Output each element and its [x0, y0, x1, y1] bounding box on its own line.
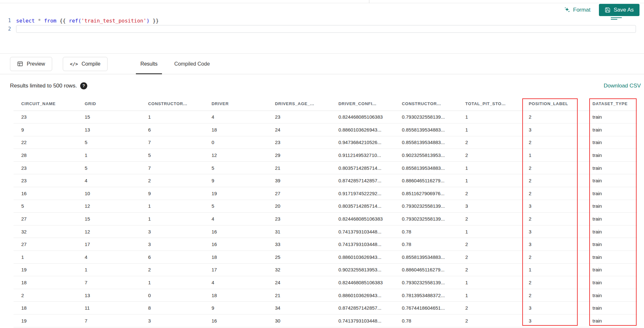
table-cell: train — [585, 136, 638, 149]
table-cell: 7 — [140, 136, 204, 149]
table-cell: 7 — [77, 276, 140, 289]
table-cell: 0.824468085106383 — [331, 213, 394, 225]
table-cell: 2 — [458, 302, 521, 314]
table-cell: 28 — [14, 149, 77, 162]
table-cell: 9 — [204, 174, 267, 187]
table-cell: 2 — [521, 111, 585, 123]
table-cell: 19 — [14, 314, 77, 327]
table-row: 51215200.8035714285714...0.7930232558139… — [14, 200, 638, 213]
table-cell: 17 — [204, 263, 267, 276]
table-cell: 4 — [204, 111, 267, 123]
code-token: 'train_test_position' — [81, 18, 146, 24]
table-cell: train — [585, 149, 638, 162]
table-cell: 0.8742857142857... — [331, 302, 394, 314]
table-cell: train — [585, 276, 638, 289]
table-cell: 16 — [204, 225, 267, 238]
code-token — [41, 18, 44, 24]
table-cell: 2 — [521, 187, 585, 200]
table-cell: train — [585, 289, 638, 302]
table-cell: 2 — [521, 161, 585, 174]
table-cell: 0.8860103626943... — [331, 123, 394, 136]
code-token: select — [16, 18, 35, 24]
results-limit-text: Results limited to 500 rows. — [10, 83, 77, 89]
table-cell: 23 — [267, 136, 331, 149]
table-cell: 29 — [267, 149, 331, 162]
table-cell: 12 — [204, 149, 267, 162]
table-row: 1610919270.9171974522292...0.85116279069… — [14, 187, 638, 200]
code-token: }} — [149, 18, 159, 24]
table-cell: 2 — [14, 289, 77, 302]
table-cell: train — [585, 263, 638, 276]
table-cell: train — [585, 187, 638, 200]
table-cell: 33 — [267, 238, 331, 251]
table-cell: train — [585, 161, 638, 174]
table-cell: train — [585, 200, 638, 213]
table-cell: 0.8860465116279... — [394, 174, 458, 187]
table-cell: train — [585, 238, 638, 251]
results-table: CIRCUIT_NAMEGRIDCONSTRUCTOR...DRIVERDRIV… — [14, 97, 638, 327]
table-cell: 17 — [77, 238, 140, 251]
table-cell: 0.9112149532710... — [331, 149, 394, 162]
table-cell: 2 — [458, 251, 521, 264]
tab-results[interactable]: Results — [132, 54, 166, 74]
code-token: ref( — [69, 18, 81, 24]
table-cell: 7 — [140, 161, 204, 174]
table-cell: 25 — [267, 251, 331, 264]
table-cell: 0.7674418604651... — [394, 302, 458, 314]
table-cell: 30 — [267, 314, 331, 327]
download-csv-link[interactable]: Download CSV — [604, 83, 641, 89]
table-cell: 5 — [77, 136, 140, 149]
table-cell: 15 — [77, 111, 140, 123]
save-as-label: Save As — [614, 7, 634, 13]
table-header-row: CIRCUIT_NAMEGRIDCONSTRUCTOR...DRIVERDRIV… — [14, 97, 638, 111]
table-cell: 9 — [14, 123, 77, 136]
table-row: 22570230.9473684210526...0.8558139534883… — [14, 136, 638, 149]
table-cell: 18 — [204, 251, 267, 264]
empty-line-box[interactable] — [16, 25, 636, 33]
help-icon[interactable]: ? — [80, 82, 87, 89]
code-token: from — [44, 18, 57, 24]
compile-button[interactable]: </> Compile — [63, 57, 108, 71]
table-cell: 18 — [14, 276, 77, 289]
tab-compiled-code[interactable]: Compiled Code — [166, 54, 218, 74]
table-cell: 3 — [458, 200, 521, 213]
table-cell: 0.8860103626943... — [331, 251, 394, 264]
table-cell: 5 — [204, 161, 267, 174]
editor-toolbar: Format Save As — [564, 4, 639, 16]
table-cell: 9 — [140, 187, 204, 200]
table-cell: 3 — [521, 238, 585, 251]
table-cell: 0.9023255813953... — [394, 149, 458, 162]
table-cell: 0.9171974522292... — [331, 187, 394, 200]
table-cell: 1 — [140, 200, 204, 213]
table-row: 191217320.9023255813953...0.886046511627… — [14, 263, 638, 276]
table-cell: 1 — [77, 149, 140, 162]
table-row: 281512290.9112149532710...0.902325581395… — [14, 149, 638, 162]
table-cell: 3 — [521, 314, 585, 327]
code-line-content: select * from {{ ref('train_test_positio… — [16, 18, 159, 24]
table-cell: 18 — [204, 123, 267, 136]
code-icon: </> — [70, 61, 78, 67]
table-cell: train — [585, 302, 638, 314]
table-cell: 22 — [14, 136, 77, 149]
table-cell: 24 — [267, 276, 331, 289]
table-cell: 2 — [521, 213, 585, 225]
table-cell: 0 — [204, 136, 267, 149]
table-cell: 0.824468085106383 — [331, 111, 394, 123]
save-as-button[interactable]: Save As — [599, 4, 639, 16]
preview-button[interactable]: Preview — [10, 57, 52, 71]
code-area[interactable]: 1 select * from {{ ref('train_test_posit… — [0, 16, 644, 33]
table-cell: 3 — [140, 238, 204, 251]
save-icon — [605, 7, 611, 13]
table-cell: 19 — [204, 187, 267, 200]
column-header: CONSTRUCTOR... — [140, 97, 204, 111]
table-cell: 1 — [458, 174, 521, 187]
table-cell: 19 — [14, 263, 77, 276]
format-button[interactable]: Format — [564, 7, 591, 13]
table-cell: 1 — [458, 276, 521, 289]
column-header: DATASET_TYPE — [585, 97, 638, 111]
column-header: CONSTRUCTOR... — [394, 97, 458, 111]
table-cell: 18 — [14, 302, 77, 314]
table-cell: 2 — [521, 276, 585, 289]
table-cell: 0.8558139534883... — [394, 123, 458, 136]
table-cell: 2 — [458, 187, 521, 200]
